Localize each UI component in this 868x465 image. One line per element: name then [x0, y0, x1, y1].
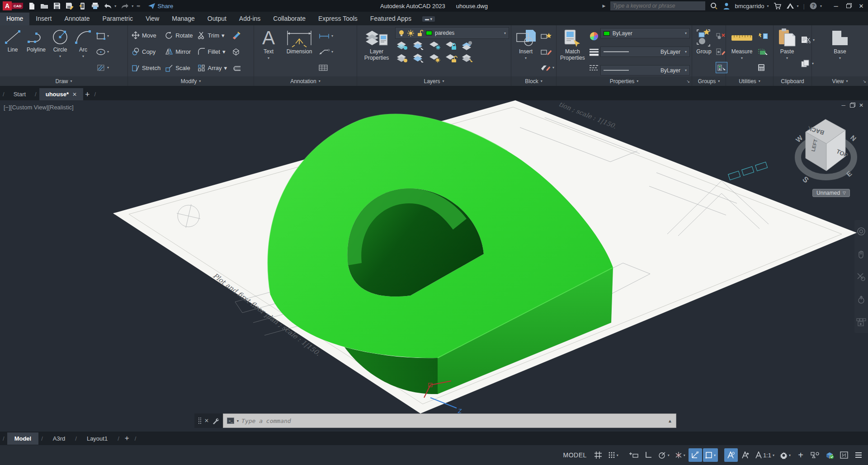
ortho-toggle[interactable] [642, 448, 655, 462]
modify-panel-label[interactable]: Modify▾ [128, 76, 254, 86]
select-similar-tool[interactable] [758, 46, 769, 57]
tab-parametric[interactable]: Parametric [96, 13, 139, 25]
plot-icon[interactable] [91, 2, 99, 10]
tab-insert[interactable]: Insert [29, 13, 58, 25]
ellipse-tool[interactable]: ▾ [96, 46, 109, 57]
tab-home[interactable]: Home [0, 13, 29, 25]
line-button[interactable]: Line [2, 27, 24, 76]
viewport-controls-label[interactable]: [−][Custom View][Realistic] [4, 104, 74, 111]
layout-tab-layout1[interactable]: Layout1 [80, 432, 115, 445]
explode-button[interactable] [230, 46, 243, 57]
plus-tray-button[interactable]: + [794, 448, 807, 462]
autocad-app-logo[interactable]: ACAD [3, 1, 23, 10]
layout-tab-a3rd[interactable]: A3rd [46, 432, 72, 445]
drawing-viewport[interactable]: [−][Custom View][Realistic] ─ ✕ [0, 100, 868, 432]
properties-launcher-icon[interactable]: ↘ [686, 79, 690, 84]
layer-off-tool[interactable] [396, 41, 410, 51]
polyline-button[interactable]: Polyline [24, 27, 48, 76]
named-view-dropdown[interactable]: Unnamed▽ [812, 189, 850, 197]
annotation-autoscale-toggle[interactable] [739, 448, 752, 462]
viewport-close-icon[interactable]: ✕ [859, 102, 863, 108]
share-button[interactable]: Share [148, 3, 174, 9]
arc-button[interactable]: Arc ▾ [72, 27, 94, 76]
redo-caret-icon[interactable]: ▾ [132, 4, 133, 8]
rectangle-tool[interactable]: ▾ [96, 30, 109, 42]
help-caret-icon[interactable]: ▾ [820, 4, 822, 8]
snap-toggle[interactable]: ▾ [606, 448, 621, 462]
tab-output[interactable]: Output [201, 13, 233, 25]
object-color-dropdown[interactable]: ByLayer▾ [600, 28, 690, 38]
viewport-restore-icon[interactable] [850, 103, 854, 108]
leader-tool[interactable]: ▾ [318, 46, 333, 57]
utilities-panel-label[interactable]: Utilities▾ [726, 76, 773, 86]
window-restore-button[interactable] [845, 3, 852, 9]
rotate-button[interactable]: Rotate [163, 30, 194, 41]
undo-icon[interactable] [104, 2, 112, 10]
groups-panel-label[interactable]: Groups▾ [692, 76, 726, 86]
table-tool[interactable] [318, 62, 333, 73]
save-as-icon[interactable] [66, 2, 74, 10]
move-button[interactable]: Move [130, 30, 162, 41]
isolate-objects-button[interactable] [808, 448, 822, 462]
measure-button[interactable]: Measure ▾ [728, 27, 756, 76]
tab-featured-apps[interactable]: Featured Apps [364, 13, 418, 25]
command-recent-caret-icon[interactable]: ▾ [237, 419, 239, 423]
annotation-visibility-toggle[interactable] [724, 448, 738, 462]
navigation-bar[interactable] [854, 220, 868, 333]
draw-panel-label[interactable]: Draw▾ [0, 76, 127, 86]
insert-button[interactable]: Insert ▾ [513, 27, 538, 76]
grid-toggle[interactable] [591, 448, 605, 462]
cart-icon[interactable] [774, 2, 782, 10]
save-to-mobile-icon[interactable] [78, 2, 86, 10]
customization-menu-button[interactable] [852, 448, 865, 462]
tab-manage[interactable]: Manage [165, 13, 201, 25]
base-button[interactable]: Base ▾ [826, 27, 854, 76]
osnap-toggle[interactable]: ▾ [703, 448, 718, 462]
layer-isolate-tool[interactable] [412, 41, 426, 51]
mirror-button[interactable]: Mirror [163, 46, 194, 57]
array-button[interactable]: Array▾ [196, 62, 229, 74]
quick-calculator-tool[interactable] [758, 62, 769, 73]
file-tab-start[interactable]: Start [7, 88, 32, 100]
quick-select-tool[interactable] [758, 30, 769, 42]
layer-thaw-tool[interactable] [429, 53, 442, 63]
circle-button[interactable]: Circle ▾ [49, 27, 71, 76]
autodesk-logo-icon[interactable] [786, 2, 794, 10]
linear-dimension-tool[interactable]: ▾ [318, 30, 333, 42]
define-attributes-tool[interactable]: ▾ [540, 62, 554, 73]
tab-add-ins[interactable]: Add-ins [233, 13, 267, 25]
redo-icon[interactable] [121, 2, 129, 10]
layer-unlock-tool[interactable] [445, 53, 458, 63]
isodraft-toggle[interactable]: ▾ [673, 448, 688, 462]
autodesk-caret-icon[interactable]: ▾ [797, 4, 799, 8]
make-current-tool[interactable] [461, 41, 475, 51]
close-command-icon[interactable]: ✕ [204, 418, 209, 424]
new-file-icon[interactable] [28, 2, 36, 10]
search-icon[interactable] [710, 2, 718, 10]
user-avatar-icon[interactable] [722, 2, 731, 10]
new-layout-button[interactable]: + [125, 434, 129, 443]
paste-button[interactable]: Paste ▾ [775, 27, 799, 76]
scale-button[interactable]: Scale [163, 62, 194, 74]
osnap-tracking-toggle[interactable] [689, 448, 702, 462]
hatch-tool[interactable]: ▾ [96, 62, 109, 73]
dimension-button[interactable]: Dimension [282, 27, 316, 76]
view-panel-label[interactable]: View▾↘ [812, 76, 868, 86]
properties-panel-label[interactable]: Properties▾↘ [557, 76, 692, 86]
window-close-button[interactable]: ✕ [858, 3, 864, 9]
tab-annotate[interactable]: Annotate [58, 13, 96, 25]
copy-button[interactable]: Copy [130, 46, 162, 57]
layer-match-tool[interactable] [461, 53, 475, 63]
edit-block-tool[interactable] [540, 46, 554, 57]
layer-on-tool[interactable] [396, 53, 410, 63]
layers-panel-label[interactable]: Layers▾ [357, 76, 511, 86]
group-button[interactable]: Group [694, 27, 714, 76]
search-box[interactable] [610, 1, 705, 10]
open-folder-icon[interactable] [40, 2, 48, 10]
viewcube[interactable]: W N S E BACK LEFT TOP [792, 108, 860, 194]
annotation-panel-label[interactable]: Annotation▾ [254, 76, 357, 86]
create-block-tool[interactable] [540, 30, 554, 42]
offset-button[interactable] [230, 62, 243, 74]
block-panel-label[interactable]: Block▾ [511, 76, 556, 86]
customize-wrench-icon[interactable] [212, 417, 219, 424]
